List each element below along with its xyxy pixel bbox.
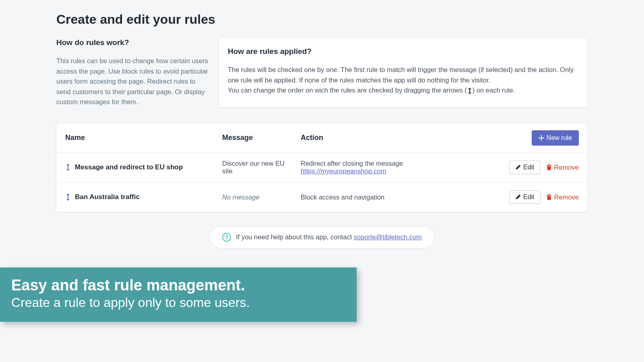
drag-arrows-icon xyxy=(467,88,473,94)
how-rules-work-body: This rules can be used to change how cer… xyxy=(56,56,209,107)
info-section: How do rules work? This rules can be use… xyxy=(56,38,588,107)
how-rules-applied-body2: You can change the order on wich the rul… xyxy=(228,85,579,96)
redirect-link[interactable]: https://myeuropeanshop.com xyxy=(301,167,386,175)
promo-subtitle: Create a rule to apply only to some user… xyxy=(11,294,345,311)
rule-name: Message and redirect to EU shop xyxy=(75,163,183,171)
rule-message: Discover our new EU site xyxy=(222,160,301,175)
rules-table-header: Name Message Action New rule xyxy=(56,123,588,152)
how-rules-work-heading: How do rules work? xyxy=(56,38,209,47)
column-header-action: Action xyxy=(301,134,532,142)
help-pill: ? If you need help about this app, conta… xyxy=(210,226,434,249)
rule-action: Redirect after closing the message https… xyxy=(301,160,509,175)
promo-overlay: Easy and fast rule management. Create a … xyxy=(0,267,357,322)
pencil-icon xyxy=(515,165,521,170)
how-rules-work: How do rules work? This rules can be use… xyxy=(56,38,209,107)
drag-handle-icon[interactable] xyxy=(65,164,71,171)
support-email-link[interactable]: soporte@tibletech.com xyxy=(354,233,422,241)
drag-handle-icon[interactable] xyxy=(65,193,71,201)
how-rules-applied-body1: The rules will be checked one by one. Th… xyxy=(228,65,579,85)
table-row: Ban Australia traffic No message Block a… xyxy=(56,182,588,212)
table-row: Message and redirect to EU shop Discover… xyxy=(56,152,588,182)
remove-button[interactable]: Remove xyxy=(546,193,579,201)
rule-name: Ban Australia traffic xyxy=(75,193,140,201)
how-rules-applied-card: How are rules applied? The rules will be… xyxy=(219,38,588,107)
promo-title: Easy and fast rule management. xyxy=(11,276,345,295)
column-header-name: Name xyxy=(65,134,222,142)
pencil-icon xyxy=(515,194,521,200)
new-rule-button[interactable]: New rule xyxy=(532,130,579,146)
edit-button[interactable]: Edit xyxy=(509,190,541,204)
rule-message-empty: No message xyxy=(222,193,301,201)
rule-action: Block access and navigation xyxy=(301,193,509,201)
rules-table: Name Message Action New rule Message and… xyxy=(56,123,588,212)
trash-icon xyxy=(546,164,552,171)
help-text: If you need help about this app, contact xyxy=(236,233,354,241)
how-rules-applied-heading: How are rules applied? xyxy=(228,47,579,56)
page-title: Create and edit your rules xyxy=(56,12,588,27)
remove-button[interactable]: Remove xyxy=(546,164,579,171)
trash-icon xyxy=(546,194,552,200)
column-header-message: Message xyxy=(222,134,301,142)
edit-button[interactable]: Edit xyxy=(509,160,541,174)
help-icon: ? xyxy=(222,233,231,242)
plus-icon xyxy=(539,135,544,141)
